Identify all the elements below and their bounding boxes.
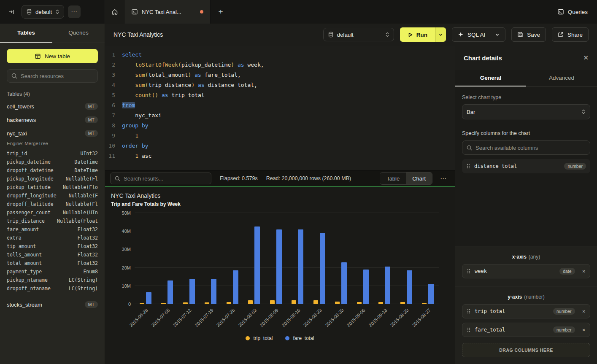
- table-row[interactable]: hackernewsMT: [0, 113, 105, 127]
- column-row: dropoff_datetimeDateTime: [0, 166, 105, 175]
- toggle-chart[interactable]: Chart: [406, 173, 432, 184]
- bar-trip_total[interactable]: [292, 300, 296, 304]
- chart-type-selector[interactable]: Bar: [462, 104, 590, 119]
- bar-trip_total[interactable]: [313, 300, 318, 304]
- sidebar-tab-tables[interactable]: Tables: [0, 24, 52, 43]
- bar-fare_total[interactable]: [146, 292, 151, 304]
- chart-type-value: Bar: [467, 109, 475, 115]
- table-row[interactable]: nyc_taxiMT: [0, 127, 105, 140]
- bar-fare_total[interactable]: [320, 233, 325, 304]
- results-search[interactable]: [110, 173, 211, 184]
- bar-trip_total[interactable]: [270, 300, 275, 304]
- bar-fare_total[interactable]: [298, 229, 303, 304]
- bar-fare_total[interactable]: [341, 262, 347, 304]
- elapsed-stat: Elapsed: 0.579s: [220, 175, 258, 181]
- drag-handle-icon[interactable]: [467, 327, 471, 333]
- editor-line[interactable]: 5 count() as trip_total: [105, 90, 455, 100]
- topbar: default ⋯ NYC Taxi Anal... + Queries: [0, 0, 597, 24]
- table-row[interactable]: stocks_streamMT: [0, 298, 105, 311]
- sql-editor[interactable]: 1select2 toStartOfWeek(pickup_datetime) …: [105, 46, 455, 170]
- column-type: Enum8: [83, 269, 98, 275]
- panel-tab-general[interactable]: General: [455, 70, 526, 86]
- bar-fare_total[interactable]: [189, 279, 195, 304]
- columns-search-input[interactable]: [475, 145, 586, 151]
- legend-label: trip_total: [253, 335, 273, 341]
- legend-dot: [285, 336, 289, 340]
- bar-fare_total[interactable]: [363, 270, 369, 304]
- run-button[interactable]: Run: [400, 27, 435, 42]
- bar-fare_total[interactable]: [428, 284, 434, 304]
- engine-badge: MT: [85, 116, 98, 123]
- drag-handle-icon[interactable]: [466, 163, 470, 169]
- column-name: pickup_ntaname: [7, 277, 48, 283]
- new-table-button[interactable]: New table: [7, 49, 98, 63]
- code-text: 1 asc: [122, 151, 151, 161]
- database-selector[interactable]: default: [22, 5, 64, 19]
- remove-icon[interactable]: ✕: [582, 328, 586, 332]
- editor-line[interactable]: 9 1: [105, 131, 455, 141]
- column-chip-fare_total[interactable]: fare_totalnumber✕: [462, 323, 590, 337]
- collapse-sidebar-button[interactable]: [5, 5, 18, 18]
- editor-line[interactable]: 2 toStartOfWeek(pickup_datetime) as week…: [105, 60, 455, 70]
- column-chip-distance_total[interactable]: distance_totalnumber: [462, 159, 590, 173]
- remove-icon[interactable]: ✕: [582, 309, 586, 314]
- bar-fare_total[interactable]: [254, 226, 260, 304]
- editor-line[interactable]: 4 sum(trip_distance) as distance_total,: [105, 80, 455, 90]
- legend-item-trip_total[interactable]: trip_total: [246, 335, 273, 341]
- editor-line[interactable]: 1select: [105, 50, 455, 60]
- line-number: 4: [105, 80, 122, 90]
- bar-fare_total[interactable]: [167, 280, 173, 304]
- chevron-updown-icon: [385, 32, 389, 38]
- editor-line[interactable]: 11 1 asc: [105, 151, 455, 161]
- column-name: trip_distance: [7, 218, 45, 224]
- results-search-input[interactable]: [124, 175, 207, 182]
- queries-button[interactable]: Queries: [557, 8, 588, 15]
- header-database-selector[interactable]: default: [323, 28, 394, 41]
- editor-line[interactable]: 7 nyc_taxi: [105, 111, 455, 121]
- editor-line[interactable]: 10order by: [105, 141, 455, 151]
- column-row: trip_distanceNullable(Float: [0, 217, 105, 225]
- save-label: Save: [527, 32, 540, 38]
- code-text: sum(trip_distance) as distance_total,: [122, 80, 257, 90]
- editor-line[interactable]: 6from: [105, 100, 455, 111]
- sidebar-tab-queries[interactable]: Queries: [52, 24, 105, 43]
- table-grid-icon: [35, 53, 41, 59]
- drop-zone[interactable]: DRAG COLUMNS HERE: [462, 343, 590, 357]
- drag-handle-icon[interactable]: [467, 268, 471, 274]
- more-options-button[interactable]: ⋯: [68, 5, 81, 18]
- remove-icon[interactable]: ✕: [582, 269, 586, 274]
- chart-subtitle: Trip and Fare Totals by Week: [111, 201, 449, 207]
- columns-search[interactable]: [462, 140, 590, 155]
- panel-tab-advanced[interactable]: Advanced: [526, 70, 597, 86]
- chart-type-label: Select chart type: [462, 94, 590, 100]
- drag-handle-icon[interactable]: [467, 308, 471, 314]
- column-chip-trip_total[interactable]: trip_totalnumber✕: [462, 304, 590, 318]
- bar-fare_total[interactable]: [233, 270, 238, 304]
- bar-fare_total[interactable]: [211, 279, 216, 304]
- save-button[interactable]: Save: [511, 27, 546, 42]
- editor-line[interactable]: 3 sum(total_amount) as fare_total,: [105, 70, 455, 80]
- results-more-button[interactable]: ⋯: [437, 175, 450, 182]
- toggle-table[interactable]: Table: [380, 173, 406, 184]
- share-button[interactable]: Share: [552, 27, 589, 42]
- editor-line[interactable]: 8group by: [105, 121, 455, 131]
- sql-ai-button[interactable]: SQL AI: [452, 27, 505, 42]
- bar-fare_total[interactable]: [407, 270, 412, 304]
- y-tick-label: 0: [128, 302, 131, 307]
- resource-search-input[interactable]: [21, 73, 93, 79]
- table-row[interactable]: cell_towersMT: [0, 100, 105, 113]
- run-options-button[interactable]: [435, 27, 446, 42]
- legend-item-fare_total[interactable]: fare_total: [285, 335, 314, 341]
- column-chip-week[interactable]: weekdate✕: [462, 264, 590, 278]
- bar-fare_total[interactable]: [385, 267, 390, 304]
- x-axis-items: weekdate✕: [462, 264, 590, 278]
- bar-trip_total[interactable]: [248, 300, 253, 305]
- resource-search[interactable]: [7, 69, 98, 83]
- bar-fare_total[interactable]: [276, 229, 282, 304]
- query-tab[interactable]: NYC Taxi Anal...: [124, 0, 211, 24]
- new-tab-button[interactable]: +: [211, 0, 231, 24]
- column-row: dropoff_longitudeNullable(F: [0, 191, 105, 200]
- home-tab[interactable]: [105, 0, 124, 24]
- header-database-name: default: [337, 32, 354, 38]
- close-icon[interactable]: ✕: [583, 54, 589, 62]
